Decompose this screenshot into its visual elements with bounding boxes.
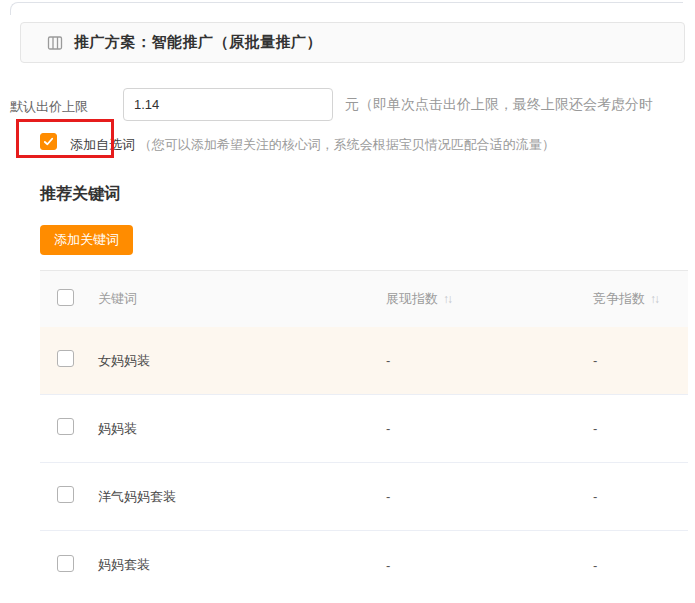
check-icon	[43, 136, 54, 147]
row-checkbox[interactable]	[57, 350, 74, 367]
impression-cell: -	[386, 558, 593, 573]
table-row[interactable]: 妈妈套装 - -	[40, 531, 688, 599]
competition-cell: -	[593, 489, 688, 504]
select-all-checkbox[interactable]	[57, 289, 74, 306]
column-header-impression: 展现指数↑↓	[386, 290, 593, 308]
keyword-cell: 妈妈装	[98, 420, 386, 438]
recommended-keywords-title: 推荐关键词	[40, 184, 120, 205]
competition-cell: -	[593, 421, 688, 436]
keyword-cell: 妈妈套装	[98, 556, 386, 574]
smart-promotion-panel: 推广方案：智能推广（原批量推广） 默认出价上限 元（即单次点击出价上限，最终上限…	[0, 0, 695, 603]
add-keyword-button[interactable]: 添加关键词	[40, 225, 133, 255]
table-row[interactable]: 洋气妈妈套装 - -	[40, 463, 688, 531]
column-header-impression-label: 展现指数	[386, 291, 438, 306]
keyword-cell: 女妈妈装	[98, 352, 386, 370]
custom-words-label: 添加自选词	[70, 137, 135, 152]
plan-title: 推广方案：智能推广（原批量推广）	[74, 33, 322, 52]
table-header-row: 关键词 展现指数↑↓ 竞争指数↑↓	[40, 270, 688, 327]
column-header-competition: 竞争指数↑↓	[593, 290, 688, 308]
competition-cell: -	[593, 558, 688, 573]
sort-icon[interactable]: ↑↓	[443, 292, 451, 306]
plan-header: 推广方案：智能推广（原批量推广）	[20, 22, 685, 63]
row-checkbox[interactable]	[57, 418, 74, 435]
card-top-border	[10, 2, 683, 15]
table-row[interactable]: 妈妈装 - -	[40, 395, 688, 463]
row-checkbox[interactable]	[57, 555, 74, 572]
keyword-cell: 洋气妈妈套装	[98, 488, 386, 506]
column-header-keyword: 关键词	[98, 290, 386, 308]
plan-icon	[47, 35, 63, 51]
sort-icon[interactable]: ↑↓	[650, 292, 658, 306]
add-custom-words-checkbox[interactable]	[40, 133, 57, 150]
row-checkbox[interactable]	[57, 486, 74, 503]
column-header-competition-label: 竞争指数	[593, 291, 645, 306]
impression-cell: -	[386, 489, 593, 504]
custom-words-hint: （您可以添加希望关注的核心词，系统会根据宝贝情况匹配合适的流量）	[139, 137, 555, 152]
competition-cell: -	[593, 353, 688, 368]
bid-limit-label: 默认出价上限	[10, 98, 88, 116]
bid-unit-hint: 元（即单次点击出价上限，最终上限还会考虑分时	[345, 96, 653, 114]
impression-cell: -	[386, 421, 593, 436]
custom-words-line: 添加自选词 （您可以添加希望关注的核心词，系统会根据宝贝情况匹配合适的流量）	[70, 136, 555, 154]
impression-cell: -	[386, 353, 593, 368]
keywords-table: 关键词 展现指数↑↓ 竞争指数↑↓ 女妈妈装 - - 妈妈装 - - 洋气妈妈套…	[40, 270, 688, 599]
table-row[interactable]: 女妈妈装 - -	[40, 327, 688, 395]
bid-limit-input[interactable]	[123, 88, 333, 121]
